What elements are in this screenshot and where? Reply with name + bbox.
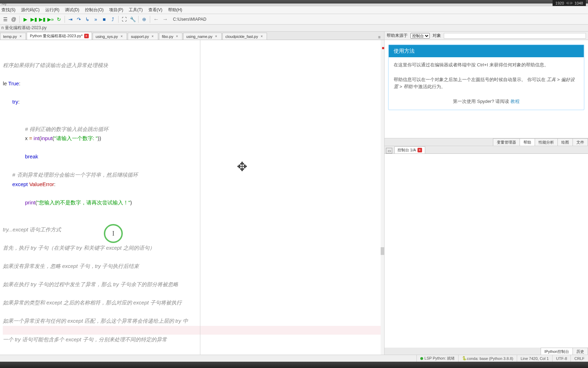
- menu-run[interactable]: 运行(R): [45, 7, 60, 13]
- run-cell-advance-icon[interactable]: ▶▮: [38, 15, 46, 23]
- status-line-col: Line 7420, Col 1: [517, 355, 552, 362]
- help-object-label: 对象: [433, 33, 441, 39]
- menu-bar: 查找(S) 源代码(C) 运行(R) 调试(D) 控制台(O) 项目(P) 工具…: [0, 6, 588, 14]
- help-source-select[interactable]: 控制台: [410, 33, 430, 39]
- status-lsp: LSP Python: 就绪: [416, 355, 458, 362]
- close-icon[interactable]: ×: [18, 34, 23, 39]
- close-icon[interactable]: ×: [84, 34, 89, 38]
- breadcrumb-text: n 量化编程基础-2023.py: [1, 25, 47, 31]
- menu-console[interactable]: 控制台(O): [85, 7, 103, 13]
- tab-fibo[interactable]: fibo.py×: [159, 33, 182, 40]
- run-icon[interactable]: ▶: [21, 15, 29, 23]
- cursor-highlight-icon: I: [104, 224, 123, 243]
- tab-plots[interactable]: 绘图: [557, 138, 573, 146]
- tab-support[interactable]: support.py×: [128, 33, 158, 40]
- debug-continue-icon[interactable]: »: [92, 15, 100, 23]
- tab-history[interactable]: 历史: [573, 348, 588, 355]
- editor-scrollbar[interactable]: [381, 40, 384, 355]
- debug-exit-icon[interactable]: ⤴: [109, 15, 116, 23]
- help-body: 使用方法 在这里你可以通过在编辑器或者终端中按 Ctrl+I 来获得任何对象的帮…: [385, 40, 588, 138]
- status-encoding: UTF-8: [552, 355, 570, 362]
- close-icon[interactable]: ×: [214, 34, 219, 39]
- help-header: 帮助来源于 控制台 对象: [385, 32, 588, 40]
- status-bar: LSP Python: 就绪 🐍 conda: base (Python 3.8…: [0, 355, 588, 362]
- tab-main-file[interactable]: Python 量化编程基础-2023.py*×: [27, 32, 92, 40]
- console-body[interactable]: [385, 154, 588, 348]
- debug-step-over-icon[interactable]: ↷: [75, 15, 83, 23]
- tab-profiler[interactable]: 性能分析: [535, 138, 558, 146]
- console-tab-1a[interactable]: 控制台 1/A ×: [394, 146, 425, 153]
- usage-title: 使用方法: [389, 45, 584, 57]
- tab-ipython-console[interactable]: IPython控制台: [541, 348, 573, 355]
- tab-using-sys[interactable]: using_sys.py×: [93, 33, 127, 40]
- os-taskbar[interactable]: [0, 362, 588, 368]
- main-toolbar: ☰ @ ▶ ▶▮ ▶▮ ▶» ↻ ⇥ ↷ ↳ » ■ ⤴ ⛶ 🔧 ⊕ ← → C…: [0, 14, 588, 25]
- debug-step-out-icon[interactable]: ↳: [83, 15, 91, 23]
- rerun-icon[interactable]: ↻: [55, 15, 63, 23]
- maximize-pane-icon[interactable]: ⛶: [120, 15, 128, 23]
- working-dir-input[interactable]: C:\Users\MIAPAD: [173, 17, 588, 22]
- code-editor[interactable]: 程序如果得到了错误输出会进入异常处理模块 le True: try: # 得到正…: [0, 40, 384, 355]
- tutorial-link[interactable]: 教程: [510, 99, 520, 104]
- console-options-icon[interactable]: ▭: [386, 148, 392, 153]
- menu-source[interactable]: 源代码(C): [21, 7, 40, 13]
- close-icon[interactable]: ×: [151, 34, 155, 39]
- menu-find[interactable]: 查找(S): [1, 7, 15, 13]
- tab-using-name[interactable]: using_name.py×: [183, 33, 222, 40]
- menu-help[interactable]: 帮助(H): [168, 7, 182, 13]
- run-selection-icon[interactable]: ▶»: [47, 15, 54, 23]
- nav-forward-icon[interactable]: →: [161, 16, 169, 22]
- status-conda[interactable]: 🐍 conda: base (Python 3.8.8): [458, 355, 517, 362]
- usage-p1: 在这里你可以通过在编辑器或者终端中按 Ctrl+I 来获得任何对象的帮助信息。: [394, 61, 579, 69]
- debug-step-into-icon[interactable]: ⇥: [67, 15, 74, 23]
- run-cell-icon[interactable]: ▶▮: [30, 15, 38, 23]
- right-pane: 帮助来源于 控制台 对象 使用方法 在这里你可以通过在编辑器或者终端中按 Ctr…: [385, 32, 588, 355]
- python-path-icon[interactable]: ⊕: [140, 15, 148, 23]
- tab-temp[interactable]: temp.py×: [0, 33, 26, 40]
- move-cursor-icon: ✥: [237, 156, 247, 177]
- outline-icon[interactable]: ☰: [1, 15, 9, 23]
- editor-tabs: temp.py× Python 量化编程基础-2023.py*× using_s…: [0, 32, 384, 40]
- debug-stop-icon[interactable]: ■: [100, 15, 108, 23]
- help-pane-tabs: 变量管理器 帮助 性能分析 绘图 文件: [385, 138, 588, 146]
- close-icon[interactable]: ×: [259, 34, 264, 39]
- menu-view[interactable]: 查看(V): [148, 7, 162, 13]
- console-pane: ▭ 控制台 1/A × IPython控制台 历史: [385, 146, 588, 355]
- close-icon[interactable]: ×: [417, 148, 422, 152]
- close-icon[interactable]: ×: [119, 34, 124, 39]
- close-icon[interactable]: ×: [175, 34, 179, 39]
- help-source-label: 帮助来源于: [387, 33, 408, 39]
- preferences-icon[interactable]: 🔧: [129, 15, 136, 23]
- tab-files[interactable]: 文件: [573, 138, 588, 146]
- breadcrumb-bar: n 量化编程基础-2023.py: [0, 25, 588, 32]
- at-icon[interactable]: @: [10, 15, 18, 23]
- menu-tools[interactable]: 工具(T): [129, 7, 142, 13]
- usage-p3: 第一次使用 Spyder? 请阅读 教程: [394, 98, 579, 105]
- help-object-input[interactable]: [444, 33, 586, 39]
- tab-cloudpickle[interactable]: cloudpickle_fast.py×: [222, 33, 267, 40]
- menu-project[interactable]: 项目(P): [109, 7, 123, 13]
- menu-debug[interactable]: 调试(D): [65, 7, 79, 13]
- tab-menu-icon[interactable]: ≡: [376, 35, 383, 40]
- tab-variable-explorer[interactable]: 变量管理器: [493, 138, 520, 146]
- nav-back-icon[interactable]: ←: [152, 16, 160, 22]
- usage-p2: 帮助信息可以在一个对象之后加上一个左圆括号的时候自动显示。 你可以在 工具 > …: [394, 76, 579, 91]
- resolution-indicator: 1920⊂⊃1048: [553, 0, 586, 6]
- status-eol: CRLF: [570, 355, 588, 362]
- tab-help[interactable]: 帮助: [520, 138, 535, 146]
- editor-pane: temp.py× Python 量化编程基础-2023.py*× using_s…: [0, 32, 385, 355]
